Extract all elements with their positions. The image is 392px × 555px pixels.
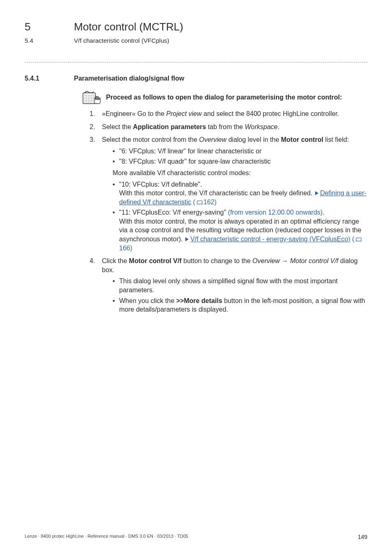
chapter-number: 5 xyxy=(25,20,58,34)
step-2-text-a: Select the xyxy=(102,123,133,130)
procedure-icon xyxy=(82,90,102,104)
step-3-bullet-2: "8: VFCplus: V/f quadr" for square-law c… xyxy=(113,157,367,166)
step-4-bullet-1: This dialog level only shows a simplifie… xyxy=(113,277,367,294)
step-4-italic-2: Motor control V/f xyxy=(290,257,338,264)
chapter-title: Motor control (MCTRL) xyxy=(74,20,183,34)
step-3-text-b: dialog level in the xyxy=(226,136,281,143)
subsection-number: 5.4.1 xyxy=(25,74,58,83)
step-4: 4. Click the Motor control V/f button to… xyxy=(90,257,367,314)
step-3-number: 3. xyxy=(90,135,95,144)
step-3-bullet-1: "6: VFCplus: V/f linear" for linear char… xyxy=(113,147,367,156)
step-1-text-b: and select the 8400 protec HighLine cont… xyxy=(202,110,339,117)
step-4-bold: Motor control V/f xyxy=(129,257,182,264)
section-number: 5.4 xyxy=(25,37,58,45)
step-2-number: 2. xyxy=(90,123,95,132)
step-1-number: 1. xyxy=(90,109,95,118)
step-3-bullet-4-version-note: (from version 12.00.00 onwards) xyxy=(228,209,323,216)
step-3-text-c: list field: xyxy=(323,136,349,143)
step-4-bullet-2-a: When you click the xyxy=(119,297,176,304)
step-3-bullet-4-head-a: "11: VFCplusEco: V/f energy-saving" xyxy=(119,209,228,216)
step-3-more: More available V/f characteristic contro… xyxy=(113,169,367,178)
step-4-bullet-2-bold: >>More details xyxy=(176,297,222,304)
page-number: 149 xyxy=(358,533,367,541)
footer-left: Lenze · 8400 protec HighLine · Reference… xyxy=(25,533,188,541)
procedure-heading: Proceed as follows to open the dialog fo… xyxy=(106,93,342,102)
step-1-text-a: »Engineer« Go to the xyxy=(102,110,166,117)
step-4-number: 4. xyxy=(90,257,95,266)
step-4-text-a: Click the xyxy=(102,257,129,264)
step-3-bullet-3-head: "10: VFCplus: V/f definable". xyxy=(119,181,202,188)
page-ref-162: (162) xyxy=(193,199,217,206)
step-4-bullet-2: When you click the >>More details button… xyxy=(113,296,367,314)
book-icon xyxy=(356,237,362,242)
step-3-italic-1: Overview xyxy=(199,136,227,143)
step-3-bullet-3: "10: VFCplus: V/f definable". With this … xyxy=(113,180,367,207)
step-3: 3. Select the motor control from the Ove… xyxy=(90,135,367,252)
step-1-italic: Project view xyxy=(166,110,202,117)
section-divider xyxy=(25,62,367,62)
step-2-italic: Workspace xyxy=(245,123,278,130)
step-3-text-a: Select the motor control from the xyxy=(102,136,199,143)
triangle-icon xyxy=(185,237,189,241)
link-vfcpluseco[interactable]: V/f characteristic control - energy-savi… xyxy=(190,236,350,243)
step-4-text-b: button to change to the xyxy=(182,257,253,264)
step-3-bullet-3-line2a: With this motor control, the V/f charact… xyxy=(119,190,314,197)
step-2: 2. Select the Application parameters tab… xyxy=(90,123,367,132)
book-icon xyxy=(197,200,203,205)
triangle-icon xyxy=(315,191,318,195)
step-2-bold: Application parameters xyxy=(133,123,206,130)
step-4-italic-1: Overview xyxy=(252,257,280,264)
step-2-text-c: . xyxy=(278,123,279,130)
step-3-bullet-4: "11: VFCplusEco: V/f energy-saving" (fro… xyxy=(113,208,367,252)
subsection-title: Parameterisation dialog/signal flow xyxy=(74,74,184,83)
section-title: V/f characteristic control (VFCplus) xyxy=(74,37,169,45)
step-1: 1. »Engineer« Go to the Project view and… xyxy=(90,109,367,118)
step-3-bold: Motor control xyxy=(281,136,323,143)
step-2-text-b: tab from the xyxy=(206,123,244,130)
step-3-bullet-4-head-b: . xyxy=(323,209,324,216)
step-4-arrow: → xyxy=(280,257,290,264)
